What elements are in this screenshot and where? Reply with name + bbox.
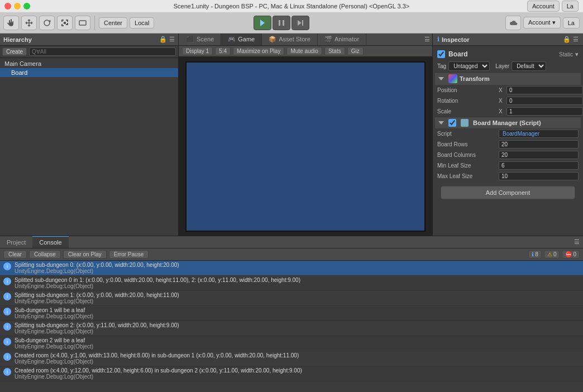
tab-lock-icon[interactable]: ☰ — [424, 36, 430, 43]
center-button[interactable]: Center — [99, 17, 127, 28]
console-item[interactable]: i Splitting sub-dungeon 0: (x:0.00, y:0.… — [0, 261, 583, 276]
menu-icon[interactable]: ☰ — [169, 36, 175, 43]
error-pause-button[interactable]: Error Pause — [109, 250, 149, 259]
clear-on-play-button[interactable]: Clear on Play — [63, 250, 107, 259]
hierarchy-title: Hierarchy — [3, 36, 32, 43]
maximize-button[interactable]: Maximize on Play — [233, 47, 284, 55]
inspector-menu-icon[interactable]: ☰ — [573, 36, 579, 43]
console-item[interactable]: i Splitting sub-dungeon 2: (x:0.00, y:11… — [0, 321, 583, 336]
static-label: Static — [559, 51, 573, 58]
add-component-button[interactable]: Add Component — [441, 186, 575, 199]
console-item[interactable]: i Sub-dungeon 2 will be a leaf UnityEngi… — [0, 336, 583, 351]
inspector-title: Inspector — [442, 36, 470, 43]
tab-game[interactable]: 🎮Game — [221, 34, 262, 45]
lock-icon[interactable]: 🔒 — [159, 36, 167, 43]
rotation-x-input[interactable] — [506, 97, 583, 105]
collapse-button[interactable]: Collapse — [29, 250, 61, 259]
minimize-button[interactable] — [14, 3, 21, 9]
rect-tool-button[interactable] — [75, 16, 90, 30]
tab-animator[interactable]: 🎬Animator — [318, 34, 366, 45]
center-panel: ⬛Scene 🎮Game 📦Asset Store 🎬Animator ☰ Di… — [179, 34, 432, 236]
local-button[interactable]: Local — [130, 17, 154, 28]
scale-x-input[interactable] — [506, 107, 583, 116]
step-button[interactable] — [292, 16, 309, 30]
move-tool-button[interactable] — [21, 16, 37, 30]
layer-select[interactable]: Default — [512, 61, 546, 71]
error-badge[interactable]: ⛔ 0 — [562, 250, 580, 259]
display-button[interactable]: Display 1 — [182, 47, 213, 55]
info-icon: ℹ — [437, 36, 439, 43]
main-toolbar: Center Local Account ▾ La — [0, 12, 583, 34]
aspect-button[interactable]: 5:4 — [215, 47, 231, 55]
board-cols-input[interactable] — [499, 151, 579, 159]
bottom-lock-icon[interactable]: ☰ — [574, 238, 580, 246]
console-item-icon: i — [3, 353, 11, 361]
tag-select[interactable]: Untagged — [448, 61, 490, 71]
mute-button[interactable]: Mute audio — [286, 47, 322, 55]
tab-project[interactable]: Project — [0, 237, 32, 248]
title-bar: Scene1.unity - Dungeon BSP - PC, Mac & L… — [0, 0, 583, 12]
position-row: Position X Y — [435, 85, 581, 95]
layer-label: Layer — [495, 63, 509, 69]
hierarchy-header: Hierarchy 🔒 ☰ — [0, 34, 178, 46]
stats-button[interactable]: Stats — [324, 47, 345, 55]
search-input[interactable] — [29, 47, 176, 56]
tab-asset-store[interactable]: 📦Asset Store — [262, 34, 318, 45]
transform-header[interactable]: Transform — [435, 72, 581, 85]
console-item-main: Sub-dungeon 1 will be a leaf — [15, 307, 580, 313]
bottom-tab-controls: ☰ — [574, 238, 583, 246]
board-manager-header[interactable]: Board Manager (Script) — [435, 117, 581, 128]
game-icon: 🎮 — [228, 36, 236, 42]
info-badge[interactable]: ℹ 8 — [528, 250, 542, 259]
cloud-button[interactable] — [505, 16, 521, 30]
pause-button[interactable] — [273, 16, 290, 30]
console-item-main: Created room (x:4.00, y:12.00, width:12.… — [15, 367, 580, 374]
inspector-lock-icon[interactable]: 🔒 — [563, 36, 571, 43]
create-button[interactable]: Create — [2, 47, 27, 56]
console-item-icon: i — [3, 323, 11, 331]
bottom-panel: Project Console ☰ Clear Collapse Clear o… — [0, 236, 583, 392]
maximize-button[interactable] — [23, 3, 30, 9]
board-manager-enabled-checkbox[interactable] — [448, 119, 456, 127]
tab-scene[interactable]: ⬛Scene — [180, 34, 221, 45]
console-item[interactable]: i Sub-dungeon 1 will be a leaf UnityEngi… — [0, 306, 583, 321]
min-leaf-input[interactable] — [499, 161, 579, 170]
warn-badge[interactable]: ⚠ 0 — [544, 250, 560, 259]
console-item[interactable]: i Created room (x:4.00, y:12.00, width:1… — [0, 366, 583, 381]
console-item-text: Sub-dungeon 2 will be a leaf UnityEngine… — [15, 337, 580, 350]
hierarchy-item-board[interactable]: Board — [0, 68, 178, 77]
console-item[interactable]: i Splitting sub-dungeon 1: (x:0.00, y:0.… — [0, 291, 583, 306]
hand-tool-button[interactable] — [3, 16, 19, 30]
position-x-input[interactable] — [506, 86, 583, 94]
script-ref[interactable]: BoardManager — [499, 130, 579, 138]
scale-tool-button[interactable] — [57, 16, 73, 30]
giz-button[interactable]: Giz — [347, 47, 364, 55]
script-row: Script BoardManager — [435, 128, 581, 139]
clear-button[interactable]: Clear — [3, 250, 27, 259]
tab-controls: ☰ — [424, 36, 432, 43]
console-item[interactable]: i Created room (x:4.00, y:1.00, width:13… — [0, 351, 583, 366]
static-dropdown-icon[interactable]: ▾ — [575, 51, 579, 58]
warn-icon-badge: ⚠ — [547, 251, 552, 257]
rotate-tool-button[interactable] — [39, 16, 55, 30]
hierarchy-item-main-camera[interactable]: Main Camera — [0, 59, 178, 68]
tab-console[interactable]: Console — [32, 236, 68, 248]
console-item-sub: UnityEngine.Debug:Log(Object) — [15, 268, 580, 274]
tag-label: Tag — [437, 63, 446, 69]
account-button[interactable]: Account — [527, 1, 560, 12]
hierarchy-toolbar: Create — [0, 46, 178, 58]
scale-x-group: X — [499, 107, 583, 116]
play-button[interactable] — [254, 16, 271, 30]
la-dropdown[interactable]: La — [563, 17, 580, 28]
account-dropdown[interactable]: Account ▾ — [523, 17, 561, 28]
la-button[interactable]: La — [562, 1, 579, 12]
max-leaf-input[interactable] — [499, 172, 579, 180]
console-item[interactable]: i Splitted sub-dungeon 0 in 1: (x:0.00, … — [0, 276, 583, 291]
board-manager-collapse-icon — [438, 121, 444, 125]
gameobject-enabled-checkbox[interactable] — [437, 50, 445, 58]
close-button[interactable] — [4, 3, 11, 9]
transform-collapse-icon — [438, 77, 444, 80]
svg-rect-4 — [279, 20, 280, 26]
console-item-text: Sub-dungeon 1 will be a leaf UnityEngine… — [15, 307, 580, 319]
board-rows-input[interactable] — [499, 140, 579, 149]
